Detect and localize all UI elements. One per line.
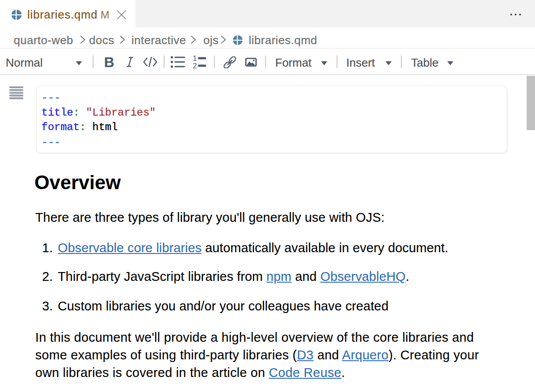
svg-text:2: 2	[193, 62, 197, 68]
